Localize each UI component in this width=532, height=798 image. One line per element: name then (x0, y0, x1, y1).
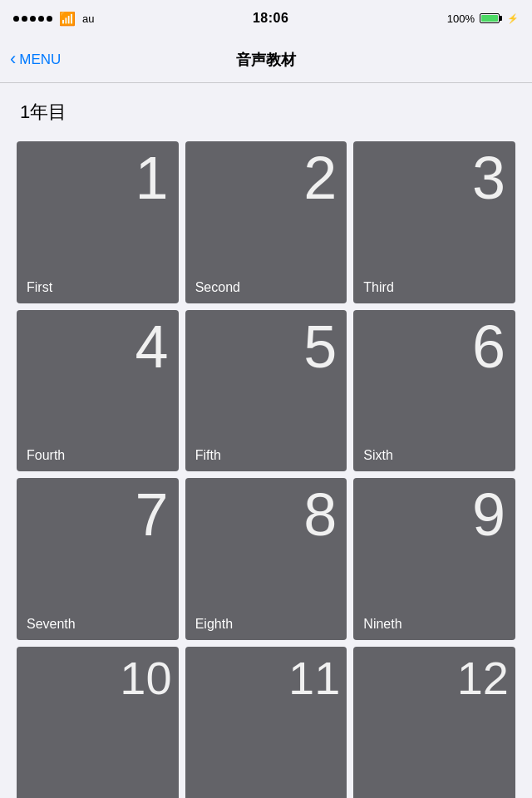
grid-item-5[interactable]: 5Fifth (185, 310, 347, 472)
grid-item-12[interactable]: 12 (353, 647, 515, 798)
grid-label-5: Fifth (195, 448, 221, 463)
battery-icon (480, 13, 502, 23)
grid-number-1: 1 (135, 148, 169, 208)
time-display: 18:06 (253, 11, 288, 26)
section-title: 1年目 (17, 100, 515, 125)
signal-dot-4 (38, 16, 44, 22)
grid-item-10[interactable]: 10 (17, 647, 179, 798)
carrier-label: au (82, 12, 94, 25)
grid-number-7: 7 (135, 485, 169, 544)
grid-number-4: 4 (135, 317, 169, 377)
battery-percent: 100% (447, 12, 475, 25)
signal-dot-3 (30, 16, 36, 22)
grid-item-8[interactable]: 8Eighth (185, 478, 347, 640)
back-chevron-icon: ‹ (10, 50, 16, 68)
grid-number-10: 10 (120, 655, 171, 702)
grid-number-12: 12 (457, 655, 509, 702)
grid-label-9: Nineth (363, 617, 401, 632)
nav-title: 音声教材 (236, 50, 296, 70)
signal-dot-1 (13, 16, 19, 22)
status-right: 100% ⚡ (447, 12, 519, 25)
battery-tip (500, 16, 502, 21)
wifi-icon: 📶 (59, 11, 76, 27)
grid-number-5: 5 (303, 317, 337, 377)
grid-number-3: 3 (472, 148, 505, 208)
content-area: 1年目 1First2Second3Third4Fourth5Fifth6Six… (0, 83, 532, 798)
grid-label-2: Second (195, 280, 240, 295)
battery-fill (481, 15, 498, 22)
grid-item-11[interactable]: 11 (185, 647, 347, 798)
grid-number-6: 6 (472, 317, 505, 377)
grid-label-8: Eighth (195, 617, 233, 632)
signal-dot-5 (47, 16, 52, 22)
grid-label-7: Seventh (27, 617, 76, 632)
grid-item-3[interactable]: 3Third (353, 141, 515, 303)
grid-label-6: Sixth (363, 448, 393, 463)
grid-number-9: 9 (472, 485, 505, 544)
grid-label-4: Fourth (27, 448, 65, 463)
charging-bolt: ⚡ (507, 13, 519, 24)
grid-item-2[interactable]: 2Second (185, 141, 347, 303)
nav-bar: ‹ MENU 音声教材 (0, 37, 532, 83)
grid-item-4[interactable]: 4Fourth (17, 310, 179, 472)
status-left: 📶 au (13, 11, 94, 27)
grid-number-11: 11 (288, 655, 340, 702)
battery-body (480, 13, 500, 23)
grid-item-9[interactable]: 9Nineth (353, 478, 515, 640)
back-label: MENU (19, 52, 61, 68)
grid-label-1: First (27, 280, 52, 295)
back-button[interactable]: ‹ MENU (10, 52, 61, 68)
signal-dots (13, 16, 52, 22)
grid-number-8: 8 (303, 485, 337, 544)
grid-label-3: Third (363, 280, 393, 295)
status-bar: 📶 au 18:06 100% ⚡ (0, 0, 532, 37)
grid-item-6[interactable]: 6Sixth (353, 310, 515, 472)
items-grid: 1First2Second3Third4Fourth5Fifth6Sixth7S… (17, 141, 515, 798)
signal-dot-2 (22, 16, 27, 22)
grid-number-2: 2 (303, 148, 337, 208)
grid-item-7[interactable]: 7Seventh (17, 478, 179, 640)
grid-item-1[interactable]: 1First (17, 141, 179, 303)
